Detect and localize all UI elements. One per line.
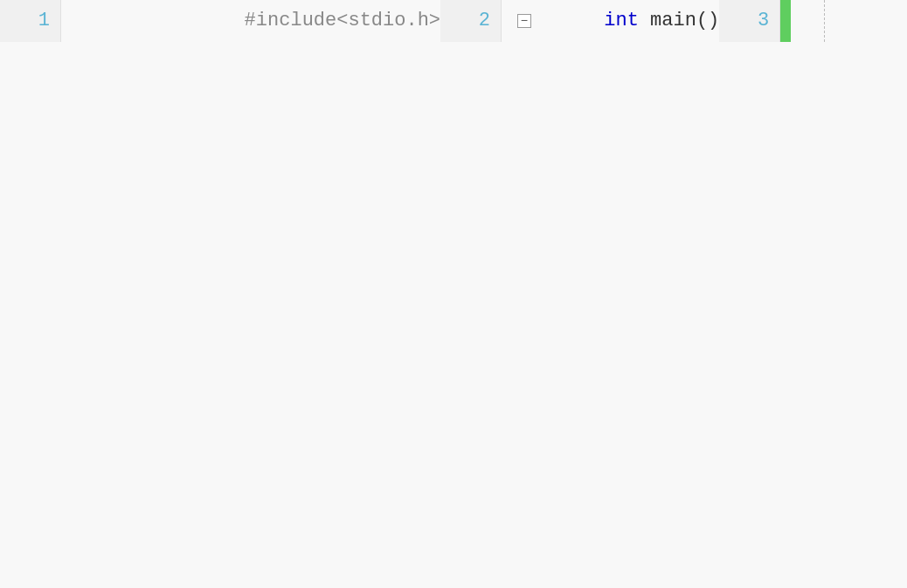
code-token: #include<stdio.h> bbox=[152, 0, 440, 42]
green-indicator-col bbox=[61, 0, 72, 42]
line-number: 2 bbox=[440, 0, 502, 42]
line-row: 1 #include<stdio.h> bbox=[0, 0, 440, 42]
code-token: main() bbox=[639, 0, 719, 42]
indent-dashed-line bbox=[824, 0, 825, 42]
code-editor: 1 #include<stdio.h>2− int main()3 {4 int… bbox=[0, 0, 907, 588]
code-token: { bbox=[871, 0, 907, 42]
code-text: int main() bbox=[589, 0, 719, 42]
fold-col[interactable]: − bbox=[512, 0, 537, 42]
code-text: #include<stdio.h> bbox=[149, 0, 440, 42]
indent-guide-col bbox=[815, 0, 833, 42]
indent-guide-col bbox=[131, 0, 149, 42]
line-row: 2− int main() bbox=[440, 0, 719, 42]
collapse-icon[interactable]: − bbox=[517, 14, 531, 28]
code-text: { bbox=[868, 0, 907, 42]
fold-col[interactable] bbox=[791, 0, 815, 42]
indent-guide-col bbox=[114, 0, 131, 42]
fold-col[interactable] bbox=[72, 0, 96, 42]
code-token: int bbox=[604, 0, 639, 42]
indent-guide-col bbox=[554, 0, 571, 42]
line-row: 3 { bbox=[719, 0, 907, 42]
code-token bbox=[592, 0, 604, 42]
line-number: 1 bbox=[0, 0, 61, 42]
indent-guide-col bbox=[537, 0, 554, 42]
indent-guide-col bbox=[850, 0, 868, 42]
indent-guide-col bbox=[571, 0, 589, 42]
indent-guide-col bbox=[96, 0, 114, 42]
line-number: 3 bbox=[719, 0, 780, 42]
green-indicator-col bbox=[780, 0, 791, 42]
indent-guide-col bbox=[833, 0, 850, 42]
green-indicator-col bbox=[502, 0, 512, 42]
